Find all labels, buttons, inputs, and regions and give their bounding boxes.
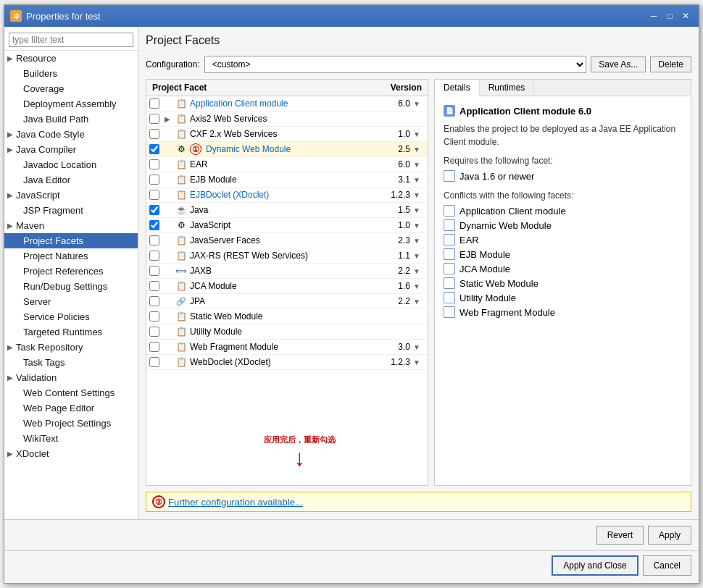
sidebar-item-deployment-assembly[interactable]: Deployment Assembly [4,96,138,112]
config-select[interactable]: <custom> [204,56,587,73]
facet-checkbox[interactable] [149,190,159,200]
sidebar-item-resource[interactable]: ▶Resource [4,51,138,66]
sidebar-item-label: Web Project Settings [23,418,111,429]
sidebar-item-project-natures[interactable]: Project Natures [4,248,138,264]
sidebar-item-java-code-style[interactable]: ▶Java Code Style [4,127,138,142]
facet-row[interactable]: 📋EAR6.0▼ [146,157,428,172]
tab-details[interactable]: Details [435,80,480,96]
sidebar-item-service-policies[interactable]: Service Policies [4,309,138,324]
facet-row[interactable]: 📋EJBDoclet (XDoclet)1.2.3▼ [146,188,428,203]
facet-checkbox[interactable] [149,327,159,337]
facet-dropdown-icon[interactable]: ▼ [413,100,425,108]
facet-dropdown-icon[interactable]: ▼ [413,191,425,199]
sidebar-item-label: Java Compiler [16,144,76,155]
sidebar-item-wikitext[interactable]: WikiText [4,431,138,446]
facet-checkbox[interactable] [149,175,159,185]
facet-checkbox[interactable] [149,220,159,230]
facet-checkbox[interactable] [149,129,159,139]
facet-row[interactable]: 📋Application Client module6.0▼ [146,96,428,112]
facet-dropdown-icon[interactable]: ▼ [413,237,425,245]
facet-row[interactable]: ▶📋Axis2 Web Services [146,112,428,127]
facet-row[interactable]: ⚙JavaScript1.0▼ [146,218,428,233]
sidebar-item-server[interactable]: Server [4,294,138,309]
save-as-button[interactable]: Save As... [591,56,646,72]
sidebar-item-coverage[interactable]: Coverage [4,81,138,96]
sidebar-item-web-project-settings[interactable]: Web Project Settings [4,416,138,431]
facet-checkbox[interactable] [149,296,159,306]
sidebar-item-javascript[interactable]: ▶JavaScript [4,188,138,203]
further-config-link[interactable]: Further configuration available... [168,497,303,508]
facet-dropdown-icon[interactable]: ▼ [413,267,425,275]
facet-row[interactable]: ⟺JAXB2.2▼ [146,264,428,279]
facet-dropdown-icon[interactable]: ▼ [413,130,425,138]
facet-type-icon: 📋 [175,280,187,292]
facet-dropdown-icon[interactable]: ▼ [413,282,425,290]
sidebar-item-validation[interactable]: ▶Validation [4,370,138,385]
sidebar-item-java-build-path[interactable]: Java Build Path [4,112,138,127]
sidebar-item-xdoclet[interactable]: ▶XDoclet [4,446,138,461]
facet-checkbox[interactable] [149,357,159,367]
sidebar-item-maven[interactable]: ▶Maven [4,218,138,233]
maximize-button[interactable]: □ [662,9,677,23]
sidebar-item-web-content-settings[interactable]: Web Content Settings [4,385,138,400]
facet-row[interactable]: 📋WebDoclet (XDoclet)1.2.3▼ [146,355,428,370]
sidebar-item-project-references[interactable]: Project References [4,264,138,279]
facet-row[interactable]: 📋Utility Module [146,324,428,340]
sidebar-item-targeted-runtimes[interactable]: Targeted Runtimes [4,324,138,340]
facet-dropdown-icon[interactable]: ▼ [413,222,425,230]
facet-conflict-icon [444,292,455,303]
sidebar-item-builders[interactable]: Builders [4,66,138,81]
cancel-button[interactable]: Cancel [643,555,691,576]
facet-checkbox[interactable] [149,311,159,322]
sidebar-item-project-facets[interactable]: Project Facets [4,233,138,248]
facet-row[interactable]: 🔗JPA2.2▼ [146,294,428,309]
revert-button[interactable]: Revert [596,526,644,545]
facet-row[interactable]: 📋Static Web Module [146,309,428,324]
facet-checkbox[interactable] [149,205,159,215]
sidebar-item-jsp-fragment[interactable]: JSP Fragment [4,203,138,218]
close-button[interactable]: ✕ [678,9,693,23]
facet-checkbox[interactable] [149,144,159,154]
tab-runtimes[interactable]: Runtimes [480,80,535,96]
facet-checkbox[interactable] [149,114,159,124]
delete-button[interactable]: Delete [650,56,691,72]
filter-input[interactable] [9,33,133,47]
facet-dropdown-icon[interactable]: ▼ [413,252,425,260]
apply-close-button[interactable]: Apply and Close [552,555,638,576]
apply-button[interactable]: Apply [648,526,691,545]
facet-row[interactable]: 📋JCA Module1.6▼ [146,279,428,294]
details-content: 📄 Application Client module 6.0 Enables … [435,96,691,335]
facet-checkbox[interactable] [149,159,159,169]
facet-rows: 📋Application Client module6.0▼▶📋Axis2 We… [146,96,428,370]
facet-row[interactable]: 📋JavaServer Faces2.3▼ [146,233,428,248]
facet-dropdown-icon[interactable]: ▼ [413,358,425,366]
facet-row[interactable]: 📋EJB Module3.1▼ [146,172,428,188]
facet-row[interactable]: ⚙①Dynamic Web Module2.5▼ [146,142,428,157]
facet-dropdown-icon[interactable]: ▼ [413,161,425,169]
sidebar-item-java-editor[interactable]: Java Editor [4,172,138,188]
sidebar-item-javadoc-location[interactable]: Javadoc Location [4,157,138,172]
facet-dropdown-icon[interactable]: ▼ [413,298,425,306]
facet-row[interactable]: 📋CXF 2.x Web Services1.0▼ [146,127,428,142]
sidebar-item-task-tags[interactable]: Task Tags [4,355,138,370]
facet-checkbox[interactable] [149,251,159,261]
sidebar-item-run/debug-settings[interactable]: Run/Debug Settings [4,279,138,294]
sidebar-item-java-compiler[interactable]: ▶Java Compiler [4,142,138,157]
facet-checkbox[interactable] [149,98,159,109]
facet-dropdown-icon[interactable]: ▼ [413,146,425,154]
minimize-button[interactable]: ─ [646,9,661,23]
facet-conflict-icon [444,306,455,318]
facet-checkbox[interactable] [149,342,159,352]
facet-dropdown-icon[interactable]: ▼ [413,176,425,184]
facet-checkbox[interactable] [149,281,159,291]
sidebar-item-web-page-editor[interactable]: Web Page Editor [4,400,138,416]
facet-row[interactable]: 📋Web Fragment Module3.0▼ [146,340,428,355]
facet-checkbox[interactable] [149,266,159,276]
facet-row[interactable]: 📋JAX-RS (REST Web Services)1.1▼ [146,248,428,264]
facet-checkbox[interactable] [149,235,159,245]
facet-dropdown-icon[interactable]: ▼ [413,343,425,351]
sidebar-item-task-repository[interactable]: ▶Task Repository [4,340,138,355]
facet-dropdown-icon[interactable]: ▼ [413,206,425,214]
sidebar-item-label: Service Policies [23,311,90,322]
facet-row[interactable]: ☕Java1.5▼ [146,203,428,218]
